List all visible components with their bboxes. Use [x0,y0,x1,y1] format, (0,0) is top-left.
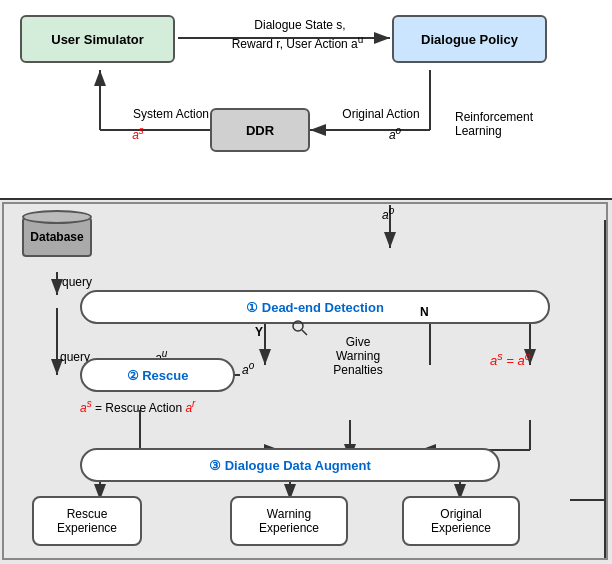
dialogue-policy-label: Dialogue Policy [421,32,518,47]
database: Database [22,210,92,257]
original-action-label: Original Action [316,107,446,121]
ddr-label: DDR [246,123,274,138]
magnifier-icon [290,318,310,338]
system-action-var: as [118,125,158,142]
svg-point-29 [293,321,303,331]
augment-box: ③ Dialogue Data Augment [80,448,500,482]
give-warning-label: Give Warning Penalties [318,335,398,377]
ddr-box: DDR [210,108,310,152]
original-action-var: ao [380,125,410,142]
original-exp-label: OriginalExperience [431,507,491,535]
ao-rescue-label: ao [242,360,254,377]
svg-line-30 [302,330,307,335]
y-label: Y [255,325,263,339]
dead-end-box: ① Dead-end Detection [80,290,550,324]
rescue-exp-label: RescueExperience [57,507,117,535]
reward-label: Reward r, User Action au [210,34,385,51]
query1-label: query [62,275,92,289]
rl-label: Reinforcement Learning [455,110,575,138]
rescue-experience-box: RescueExperience [32,496,142,546]
n-label: N [420,305,429,319]
dead-end-label: ① Dead-end Detection [246,300,384,315]
cylinder-top [22,210,92,224]
warning-experience-box: WarningExperience [230,496,348,546]
augment-label: ③ Dialogue Data Augment [209,458,371,473]
top-section: User Simulator Dialogue Policy DDR Dialo… [0,0,612,200]
original-experience-box: OriginalExperience [402,496,520,546]
user-simulator-box: User Simulator [20,15,175,63]
database-label: Database [30,230,83,244]
warning-exp-label: WarningExperience [259,507,319,535]
dialogue-policy-box: Dialogue Policy [392,15,547,63]
rescue-box: ② Rescue [80,358,235,392]
bottom-section: ao Database query ① Dead-end Detection Y… [0,200,612,564]
user-simulator-label: User Simulator [51,32,143,47]
as-ao-label: as = ao [490,350,531,368]
rescue-formula: as = Rescue Action ar [80,398,195,415]
ao-top-label: ao [382,205,394,222]
dialogue-state-label: Dialogue State s, [220,18,380,32]
rescue-label: ② Rescue [127,368,189,383]
system-action-label: System Action [84,107,209,121]
